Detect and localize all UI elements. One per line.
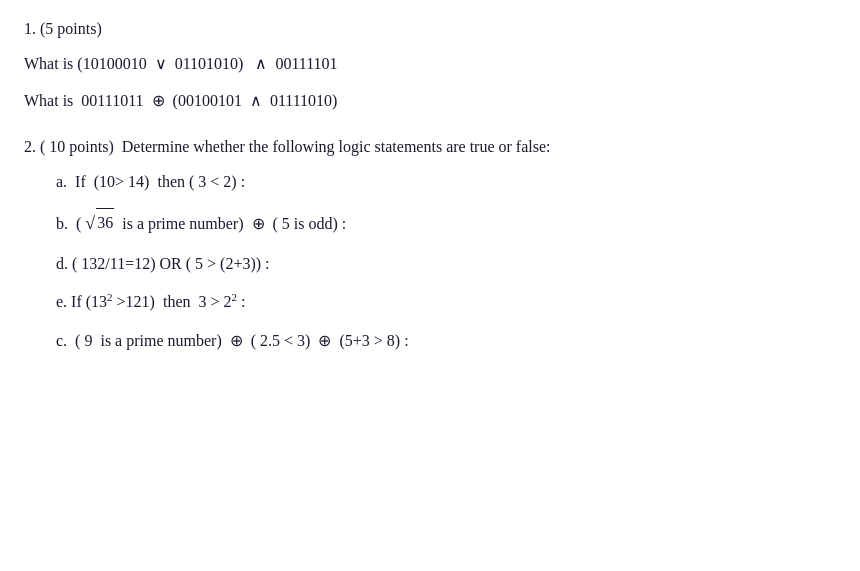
q2-d: d. ( 132/11=12) OR ( 5 > (2+3)) : — [56, 250, 836, 279]
q2-b: b. ( √36 is a prime number) ⊕ ( 5 is odd… — [56, 207, 836, 239]
xor-c1: ⊕ — [226, 327, 247, 356]
q1-line1: What is (10100010 ∨ 01101010) ∧ 00111101 — [24, 50, 836, 77]
or-operator: ∨ — [151, 50, 171, 77]
sqrt-radicand: 36 — [96, 208, 114, 238]
and-operator: ∧ — [255, 50, 267, 77]
q1-title: 1. (5 points) — [24, 20, 836, 38]
xor-b: ⊕ — [248, 210, 269, 239]
q2-c: c. ( 9 is a prime number) ⊕ ( 2.5 < 3) ⊕… — [56, 327, 836, 356]
question-1: 1. (5 points) What is (10100010 ∨ 011010… — [24, 20, 836, 114]
page-content: 1. (5 points) What is (10100010 ∨ 011010… — [24, 20, 836, 356]
q2-a: a. If (10> 14) then ( 3 < 2) : — [56, 168, 836, 197]
xor-operator: ⊕ — [148, 87, 169, 114]
q2-title: 2. ( 10 points) Determine whether the fo… — [24, 138, 836, 156]
q2-e: e. If (132 >121) then 3 > 22 : — [56, 288, 836, 317]
sqrt-36: √36 — [85, 207, 114, 239]
sqrt-symbol: √ — [85, 207, 95, 239]
q1-line2: What is 00111011 ⊕ (00100101 ∧ 01111010) — [24, 87, 836, 114]
question-2: 2. ( 10 points) Determine whether the fo… — [24, 138, 836, 356]
and-operator-2: ∧ — [246, 87, 266, 114]
xor-c2: ⊕ — [314, 327, 335, 356]
